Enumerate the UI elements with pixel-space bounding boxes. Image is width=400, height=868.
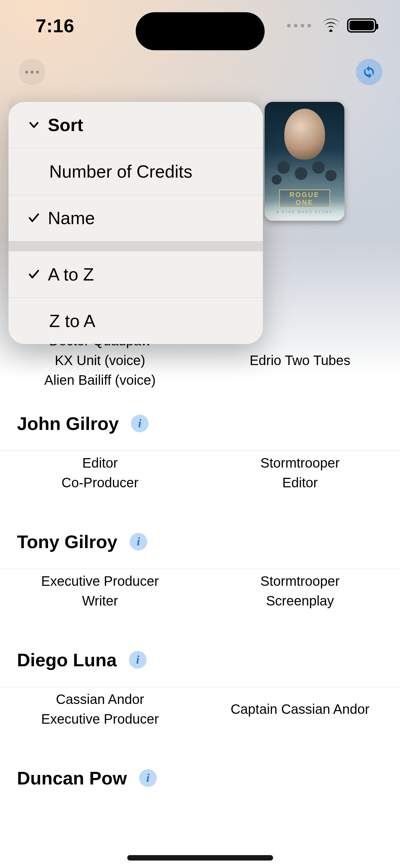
menu-label: A to Z [48, 264, 94, 285]
menu-label: Name [48, 208, 95, 228]
sort-direction-asc[interactable]: A to Z [8, 251, 263, 297]
roles-left: Executive Producer Writer [0, 572, 200, 610]
sort-option-name[interactable]: Name [8, 195, 263, 241]
roles-row: Editor Co-Producer Stormtrooper Editor [0, 451, 400, 512]
roles-row: Executive Producer Writer Stormtrooper S… [0, 569, 400, 630]
roles-row: Cassian Andor Executive Producer Captain… [0, 687, 400, 748]
sort-option-credits[interactable]: Number of Credits [8, 148, 263, 195]
menu-divider [8, 241, 263, 251]
person-item: Duncan Pow i [0, 748, 400, 805]
home-indicator [127, 855, 273, 861]
check-icon [27, 212, 40, 224]
info-icon[interactable]: i [129, 651, 147, 669]
roles-left: Cassian Andor Executive Producer [0, 690, 200, 728]
person-name: Tony Gilroy [17, 531, 117, 552]
sort-menu-header[interactable]: Sort [8, 102, 263, 148]
sort-direction-desc[interactable]: Z to A [8, 297, 263, 344]
roles-left: Editor Co-Producer [0, 454, 200, 492]
person-name: Duncan Pow [17, 767, 127, 789]
chevron-down-icon [27, 119, 40, 131]
sort-menu: Sort Number of Credits Name A to Z Z to … [8, 102, 263, 344]
info-icon[interactable]: i [131, 415, 149, 432]
roles-right: Captain Cassian Andor [200, 690, 400, 728]
info-icon[interactable]: i [139, 769, 157, 787]
info-icon[interactable]: i [130, 533, 147, 550]
person-name: John Gilroy [17, 413, 119, 434]
menu-label: Z to A [49, 311, 95, 331]
roles-right: Stormtrooper Editor [200, 454, 400, 492]
person-header[interactable]: Diego Luna i [0, 630, 400, 687]
person-header[interactable]: John Gilroy i [0, 394, 400, 450]
menu-check-placeholder [27, 164, 42, 179]
person-header[interactable]: Tony Gilroy i [0, 512, 400, 568]
check-icon [27, 268, 40, 281]
person-header[interactable]: Duncan Pow i [0, 748, 400, 805]
menu-label: Sort [48, 115, 83, 135]
person-item: John Gilroy i Editor Co-Producer Stormtr… [0, 394, 400, 512]
menu-check-placeholder [27, 314, 42, 328]
menu-label: Number of Credits [49, 161, 192, 182]
roles-right: Stormtrooper Screenplay [200, 572, 400, 610]
person-name: Diego Luna [17, 649, 117, 670]
person-item: Tony Gilroy i Executive Producer Writer … [0, 512, 400, 630]
person-item: Diego Luna i Cassian Andor Executive Pro… [0, 630, 400, 748]
